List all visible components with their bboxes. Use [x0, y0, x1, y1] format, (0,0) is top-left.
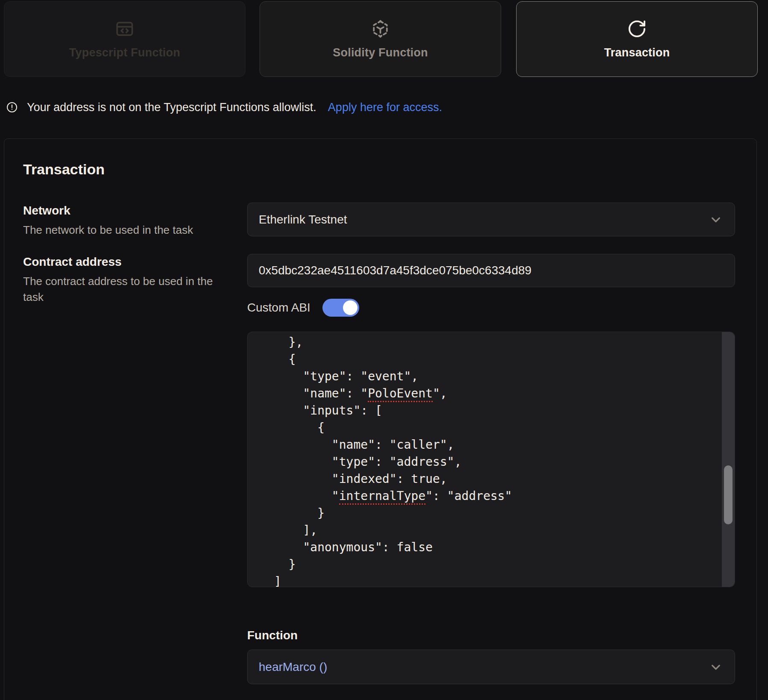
transaction-panel: Transaction Network The network to be us… [4, 138, 757, 700]
panel-title: Transaction [23, 161, 105, 178]
code-window-icon [115, 19, 135, 39]
abi-editor-content: }, { "type": "event", "name": "PoloEvent… [248, 334, 722, 587]
network-help-text: The network to be used in the task [23, 222, 213, 238]
alert-text: Your address is not on the Typescript Fu… [27, 101, 316, 114]
chevron-down-icon [708, 659, 724, 675]
tab-typescript-function: Typescript Function [4, 1, 245, 77]
apply-access-link[interactable]: Apply here for access. [328, 101, 442, 114]
network-select[interactable]: Etherlink Testnet [247, 203, 735, 236]
tab-label: Solidity Function [333, 46, 428, 59]
network-label: Network [23, 204, 213, 218]
contract-address-label: Contract address [23, 255, 213, 269]
function-select[interactable]: hearMarco () [247, 650, 735, 684]
toggle-knob [343, 300, 357, 315]
contract-address-field [247, 254, 735, 287]
tab-label: Transaction [604, 46, 670, 59]
tab-transaction[interactable]: Transaction [516, 1, 758, 77]
chevron-down-icon [708, 212, 724, 227]
custom-abi-toggle[interactable] [322, 299, 359, 317]
network-select-value: Etherlink Testnet [259, 213, 347, 226]
contract-address-input[interactable] [259, 264, 724, 277]
allowlist-alert: Your address is not on the Typescript Fu… [6, 100, 442, 114]
function-select-value: hearMarco () [259, 660, 327, 674]
custom-abi-row: Custom ABI [247, 298, 359, 317]
editor-scrollbar-thumb[interactable] [724, 465, 733, 524]
tab-label: Typescript Function [69, 46, 180, 59]
network-field-description: Network The network to be used in the ta… [23, 204, 213, 238]
editor-scrollbar-track [722, 332, 735, 587]
custom-abi-label: Custom ABI [247, 301, 310, 315]
contract-address-help-text: The contract address to be used in the t… [23, 274, 213, 305]
task-builder-page: Typescript Function Solidity Function Tr… [0, 0, 768, 700]
deploy-hexagon-icon [370, 19, 390, 39]
contract-field-description: Contract address The contract address to… [23, 255, 213, 305]
alert-circle-icon [6, 101, 18, 113]
tab-solidity-function[interactable]: Solidity Function [260, 1, 501, 77]
abi-code-editor[interactable]: }, { "type": "event", "name": "PoloEvent… [247, 332, 735, 587]
function-label: Function [247, 629, 298, 642]
rotate-cw-icon [627, 19, 647, 39]
